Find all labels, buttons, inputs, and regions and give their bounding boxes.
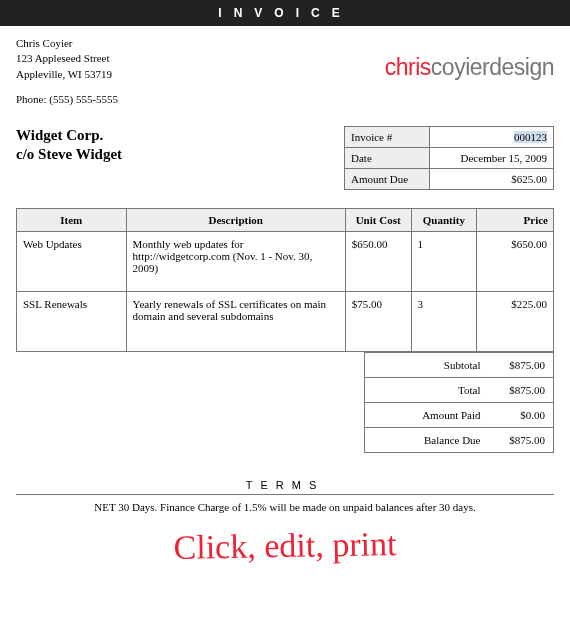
logo-part-2: coyier bbox=[431, 54, 489, 80]
table-row: Web Updates Monthly web updates for http… bbox=[17, 231, 554, 291]
col-desc-header: Description bbox=[126, 208, 345, 231]
logo-part-1: chris bbox=[385, 54, 431, 80]
client-block[interactable]: Widget Corp. c/o Steve Widget bbox=[16, 126, 122, 190]
item-price[interactable]: $225.00 bbox=[477, 291, 554, 351]
total-label: Total bbox=[365, 377, 489, 402]
sender-street: 123 Appleseed Street bbox=[16, 51, 118, 66]
subtotal-label: Subtotal bbox=[365, 352, 489, 377]
invoice-banner: INVOICE bbox=[0, 0, 570, 26]
item-name[interactable]: Web Updates bbox=[17, 231, 127, 291]
balance-value: $875.00 bbox=[489, 427, 554, 452]
col-qty-header: Quantity bbox=[411, 208, 477, 231]
col-unitcost-header: Unit Cost bbox=[345, 208, 411, 231]
sender-name: Chris Coyier bbox=[16, 36, 118, 51]
col-price-header: Price bbox=[477, 208, 554, 231]
brand-logo: chriscoyierdesign bbox=[385, 54, 554, 108]
item-unitcost[interactable]: $650.00 bbox=[345, 231, 411, 291]
meta-date-value[interactable]: December 15, 2009 bbox=[430, 147, 554, 168]
sender-address[interactable]: Chris Coyier 123 Appleseed Street Applev… bbox=[16, 36, 118, 108]
item-name[interactable]: SSL Renewals bbox=[17, 291, 127, 351]
client-line-2: c/o Steve Widget bbox=[16, 145, 122, 165]
subtotal-value: $875.00 bbox=[489, 352, 554, 377]
item-unitcost[interactable]: $75.00 bbox=[345, 291, 411, 351]
sender-phone: Phone: (555) 555-5555 bbox=[16, 92, 118, 107]
totals-table: Subtotal$875.00 Total$875.00 Amount Paid… bbox=[364, 352, 554, 453]
balance-label: Balance Due bbox=[365, 427, 489, 452]
table-row: SSL Renewals Yearly renewals of SSL cert… bbox=[17, 291, 554, 351]
handwritten-caption: Click, edit, print bbox=[16, 522, 555, 569]
meta-due-label: Amount Due bbox=[345, 168, 430, 189]
total-value: $875.00 bbox=[489, 377, 554, 402]
paid-label: Amount Paid bbox=[365, 402, 489, 427]
client-line-1: Widget Corp. bbox=[16, 126, 122, 146]
meta-invoice-label: Invoice # bbox=[345, 126, 430, 147]
terms-header: TERMS bbox=[16, 473, 554, 495]
col-item-header: Item bbox=[17, 208, 127, 231]
meta-invoice-value[interactable]: 000123 bbox=[430, 126, 554, 147]
sender-citystate: Appleville, WI 53719 bbox=[16, 67, 118, 82]
meta-due-value[interactable]: $625.00 bbox=[430, 168, 554, 189]
meta-date-label: Date bbox=[345, 147, 430, 168]
invoice-meta-table: Invoice # 000123 Date December 15, 2009 … bbox=[344, 126, 554, 190]
item-price[interactable]: $650.00 bbox=[477, 231, 554, 291]
item-qty[interactable]: 1 bbox=[411, 231, 477, 291]
line-items-table: Item Description Unit Cost Quantity Pric… bbox=[16, 208, 554, 352]
logo-part-3: design bbox=[489, 54, 554, 80]
paid-value[interactable]: $0.00 bbox=[489, 402, 554, 427]
terms-text[interactable]: NET 30 Days. Finance Charge of 1.5% will… bbox=[16, 495, 554, 519]
item-desc[interactable]: Yearly renewals of SSL certificates on m… bbox=[126, 291, 345, 351]
item-qty[interactable]: 3 bbox=[411, 291, 477, 351]
item-desc[interactable]: Monthly web updates for http://widgetcor… bbox=[126, 231, 345, 291]
